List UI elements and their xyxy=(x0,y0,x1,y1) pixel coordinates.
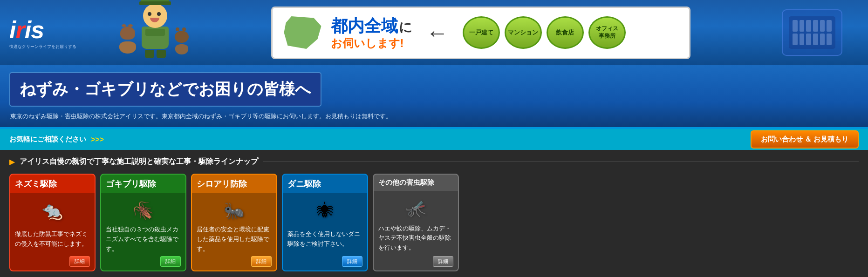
header-right-deco xyxy=(765,2,859,63)
navbar-arrows-icon: >>> xyxy=(91,135,104,144)
banner-btn-mansion[interactable]: マンション xyxy=(505,16,542,49)
card-dani-detail-btn[interactable]: 詳細 xyxy=(342,256,362,267)
section-title-line xyxy=(263,162,859,162)
banner-area-kanji: に xyxy=(399,19,412,36)
card-shiroari-desc: 居住者の安全と環境に配慮した薬品を使用した駆除です。 xyxy=(197,225,272,254)
dani-icon: 🕷 xyxy=(317,201,334,221)
hero-section: ねずみ・ゴキブリなどでお困りの皆様へ 東京のねずみ駆除・害虫駆除の株式会社アイリ… xyxy=(0,65,868,129)
hero-title-box: ねずみ・ゴキブリなどでお困りの皆様へ xyxy=(9,72,321,107)
card-gokiburi-desc: 当社独自の３つの殺虫メカニズムすべてを含む駆除です。 xyxy=(106,225,181,254)
card-shiroari-header: シロアリ防除 xyxy=(192,175,276,193)
card-dani-image: 🕷 xyxy=(287,197,362,225)
card-other-image: 🦟 xyxy=(378,195,453,223)
card-other-title: その他の害虫駆除 xyxy=(378,178,434,187)
card-gokiburi: ゴキブリ駆除 🪳 当社独自の３つの殺虫メカニズムすべてを含む駆除です。 詳細 xyxy=(100,174,186,271)
banner-buttons: 一戸建て マンション 飲食店 オフィス事務所 xyxy=(463,16,626,49)
service-section: ▶ アイリス自慢の親切で丁寧な施工説明と確実な工事・駆除ラインナップ ネズミ駆除… xyxy=(0,150,868,277)
card-dani-body: 🕷 薬品を全く使用しないダニ駆除をご検討下さい。 詳細 xyxy=(283,193,367,270)
card-dani-desc: 薬品を全く使用しないダニ駆除をご検討下さい。 xyxy=(287,230,362,249)
nezumi-icon: 🐀 xyxy=(42,201,63,221)
banner-btn-inshokuten[interactable]: 飲食店 xyxy=(547,16,584,49)
mascot-area xyxy=(112,5,196,61)
banner-box: 都内全域 に お伺いします! ← 一戸建て マンション 飲食店 オフィス事務所 xyxy=(271,7,690,59)
card-nezumi-header: ネズミ駆除 xyxy=(10,175,95,193)
card-gokiburi-detail-btn[interactable]: 詳細 xyxy=(160,256,181,267)
card-nezumi-desc: 徹底した防鼠工事でネズミの侵入を不可能にします。 xyxy=(15,230,90,249)
card-gokiburi-title: ゴキブリ駆除 xyxy=(106,178,156,189)
card-nezumi-title: ネズミ駆除 xyxy=(15,178,57,189)
hero-description: 東京のねずみ駆除・害虫駆除の株式会社アイリスです。東京都内全域のねずみ・ゴキブリ… xyxy=(9,110,859,123)
map-graphic xyxy=(284,16,321,49)
navbar: お気軽にご相談ください >>> お問い合わせ ＆ お見積もり xyxy=(0,129,868,150)
card-shiroari-title: シロアリ防除 xyxy=(197,178,247,189)
card-nezumi-body: 🐀 徹底した防鼠工事でネズミの侵入を不可能にします。 詳細 xyxy=(10,193,95,270)
card-shiroari-image: 🐜 xyxy=(197,197,272,225)
card-gokiburi-image: 🪳 xyxy=(106,197,181,225)
card-shiroari-detail-btn[interactable]: 詳細 xyxy=(251,256,272,267)
card-dani-title: ダニ駆除 xyxy=(287,178,321,189)
card-nezumi: ネズミ駆除 🐀 徹底した防鼠工事でネズミの侵入を不可能にします。 詳細 xyxy=(9,174,96,271)
banner-area: 都内全域 に お伺いします! ← 一戸建て マンション 飲食店 オフィス事務所 xyxy=(196,2,765,64)
logo-subtitle: 快適なクリーンライフをお届りする xyxy=(9,44,76,50)
card-other-body: 🦟 ハエや蚊の駆除、ムカデ・ヤスデ不快害虫全般の駆除を行います。 詳細 xyxy=(374,191,458,270)
card-other: その他の害虫駆除 🦟 ハエや蚊の駆除、ムカデ・ヤスデ不快害虫全般の駆除を行います… xyxy=(373,174,459,271)
banner-text-area: 都内全域 に お伺いします! xyxy=(331,15,412,51)
card-gokiburi-body: 🪳 当社独自の３つの殺虫メカニズムすべてを含む駆除です。 詳細 xyxy=(101,193,185,270)
other-pest-icon: 🦟 xyxy=(405,199,426,218)
card-gokiburi-header: ゴキブリ駆除 xyxy=(101,175,185,193)
card-shiroari-body: 🐜 居住者の安全と環境に配慮した薬品を使用した駆除です。 詳細 xyxy=(192,193,276,270)
card-other-desc: ハエや蚊の駆除、ムカデ・ヤスデ不快害虫全般の駆除を行います。 xyxy=(378,224,453,253)
navbar-consult-text: お気軽にご相談ください xyxy=(9,135,86,144)
service-cards-container: ネズミ駆除 🐀 徹底した防鼠工事でネズミの侵入を不可能にします。 詳細 ゴキブリ… xyxy=(9,174,859,271)
card-dani-header: ダニ駆除 xyxy=(283,175,367,193)
section-title-row: ▶ アイリス自慢の親切で丁寧な施工説明と確実な工事・駆除ラインナップ xyxy=(9,157,859,167)
navbar-left: お気軽にご相談ください >>> xyxy=(9,135,104,144)
section-title-text: アイリス自慢の親切で丁寧な施工説明と確実な工事・駆除ラインナップ xyxy=(20,157,258,167)
card-nezumi-image: 🐀 xyxy=(15,197,90,225)
banner-btn-office[interactable]: オフィス事務所 xyxy=(588,16,626,49)
card-dani: ダニ駆除 🕷 薬品を全く使用しないダニ駆除をご検討下さい。 詳細 xyxy=(282,174,368,271)
banner-service-text: お伺いします! xyxy=(331,36,412,51)
shiroari-icon: 🐜 xyxy=(224,201,245,221)
card-other-detail-btn[interactable]: 詳細 xyxy=(433,256,453,267)
logo-area: iris 快適なクリーンライフをお届りする xyxy=(9,2,112,63)
hero-title-text: ねずみ・ゴキブリなどでお困りの皆様へ xyxy=(20,80,311,98)
gokiburi-icon: 🪳 xyxy=(133,201,154,221)
card-other-header: その他の害虫駆除 xyxy=(374,175,458,191)
contact-button[interactable]: お問い合わせ ＆ お見積もり xyxy=(751,130,859,149)
card-nezumi-detail-btn[interactable]: 詳細 xyxy=(69,256,90,267)
section-title-arrow-icon: ▶ xyxy=(9,157,15,166)
header: iris 快適なクリーンライフをお届りする xyxy=(0,0,868,65)
banner-area-text: 都内全域 xyxy=(331,15,398,38)
banner-arrow-icon: ← xyxy=(426,20,449,46)
card-shiroari: シロアリ防除 🐜 居住者の安全と環境に配慮した薬品を使用した駆除です。 詳細 xyxy=(191,174,277,271)
banner-btn-ikkodate[interactable]: 一戸建て xyxy=(463,16,500,49)
